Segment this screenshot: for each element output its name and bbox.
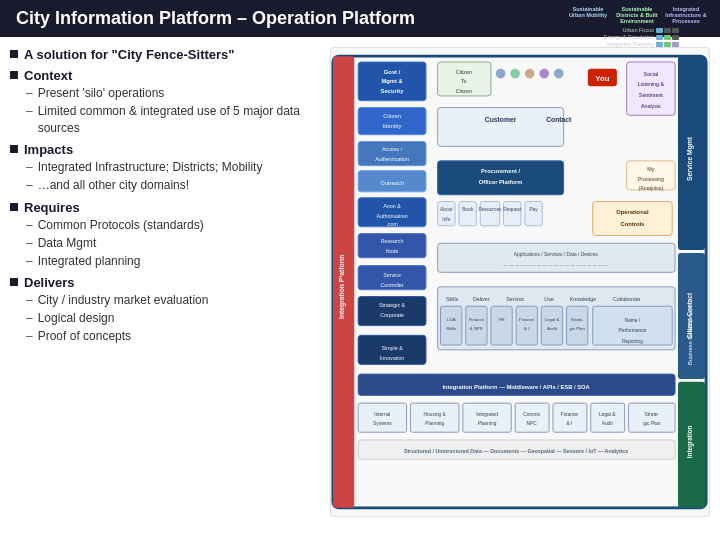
bullet-requires: Requires Common Protocols (standards) Da… [10, 200, 315, 269]
svg-text:Integration Platform — Middlew: Integration Platform — Middleware / APIs… [442, 384, 590, 390]
svg-rect-115 [515, 403, 549, 432]
svg-text:Officer Platform: Officer Platform [479, 179, 523, 185]
svg-text:Integrated: Integrated [476, 412, 498, 417]
svg-text:My: My [647, 167, 654, 173]
svg-text:.com: .com [386, 221, 398, 227]
svg-rect-67 [438, 243, 675, 272]
bullet-solution: A solution for "City Fence-Sitters" [10, 47, 315, 62]
right-panel-diagram: Service Mgmt Citizen Contact Business De… [330, 47, 710, 517]
svg-text:Access /: Access / [382, 146, 403, 152]
bullet-delivers: Delivers City / industry market evaluati… [10, 275, 315, 344]
sub-bullet-item: Data Mgmt [26, 235, 315, 252]
svg-text:NPC: NPC [527, 421, 538, 426]
svg-rect-43 [358, 234, 426, 258]
svg-text:Collaborate: Collaborate [613, 296, 640, 302]
svg-text:Housing &: Housing & [424, 412, 447, 417]
sub-bullets-impacts: Integrated Infrastructure; Districts; Mo… [26, 159, 315, 194]
bullet-main-text: Context [24, 68, 72, 83]
svg-text:Service: Service [506, 296, 524, 302]
svg-text:Mgmt &: Mgmt & [381, 78, 402, 84]
svg-text:Request: Request [503, 207, 522, 212]
sub-bullet-item: Present 'silo' operations [26, 85, 315, 102]
svg-point-137 [554, 69, 564, 79]
svg-rect-26 [438, 108, 564, 147]
bullet-impacts: Impacts Integrated Infrastructure; Distr… [10, 142, 315, 194]
svg-text:Customer: Customer [485, 116, 517, 123]
sub-bullet-item: Common Protocols (standards) [26, 217, 315, 234]
svg-text:Integration Platform: Integration Platform [338, 255, 346, 319]
matrix-col-2: SustainableDistricts & BuiltEnvironment [613, 6, 661, 24]
bullet-icon [10, 203, 18, 211]
svg-text:Legal &: Legal & [545, 317, 560, 322]
svg-text:Identity: Identity [383, 123, 402, 129]
svg-text:Controller: Controller [381, 282, 404, 288]
sub-bullet-integrated-planning: Integrated planning [26, 253, 315, 270]
svg-text:Legal &: Legal & [599, 412, 616, 417]
svg-text:Integration: Integration [686, 426, 694, 459]
svg-text:& I: & I [524, 326, 529, 331]
sub-bullets-delivers: City / industry market evaluation Logica… [26, 292, 315, 344]
svg-text:Finance: Finance [519, 317, 535, 322]
bullet-icon [10, 145, 18, 153]
svg-text:Use: Use [544, 296, 554, 302]
svg-rect-124 [629, 403, 676, 432]
svg-text:Citizen: Citizen [383, 113, 401, 119]
svg-text:Skills: Skills [446, 326, 457, 331]
left-panel: A solution for "City Fence-Sitters" Cont… [10, 47, 320, 517]
svg-text:Systems: Systems [373, 421, 392, 426]
svg-text:Audit: Audit [547, 326, 558, 331]
svg-text:Finance: Finance [469, 317, 485, 322]
svg-rect-106 [358, 403, 406, 432]
svg-text:Structured / Unstructured Data: Structured / Unstructured Data — Documen… [404, 448, 628, 454]
svg-text:Procurement /: Procurement / [481, 168, 520, 174]
svg-text:To: To [461, 78, 467, 84]
svg-text:gic Plan: gic Plan [643, 421, 660, 426]
svg-text:Finance: Finance [561, 412, 578, 417]
svg-point-133 [496, 69, 506, 79]
svg-text:Node: Node [386, 248, 399, 254]
svg-text:Listening &: Listening & [638, 81, 665, 87]
svg-point-134 [510, 69, 520, 79]
svg-rect-109 [410, 403, 458, 432]
svg-text:About: About [440, 207, 453, 212]
svg-rect-118 [553, 403, 587, 432]
sub-bullet-item: Limited common & integrated use of 5 maj… [26, 103, 315, 137]
svg-text:(Analytics): (Analytics) [638, 185, 663, 191]
svg-rect-112 [463, 403, 511, 432]
svg-text:Authorisation: Authorisation [377, 213, 408, 219]
sub-bullet-item: City / industry market evaluation [26, 292, 315, 309]
bullet-main-text: Requires [24, 200, 80, 215]
bullet-main-text: Impacts [24, 142, 73, 157]
svg-text:Skills: Skills [446, 296, 459, 302]
svg-text:Internal: Internal [374, 412, 390, 417]
svg-text:Operational: Operational [616, 209, 649, 215]
svg-rect-55 [525, 202, 542, 226]
matrix-row: Urban Focus [564, 27, 710, 33]
matrix-col-3: IntegratedInfrastructure &Processes [662, 6, 710, 24]
svg-text:Applications / Services / Data: Applications / Services / Data / Devices [514, 252, 599, 257]
svg-text:Simple &: Simple & [381, 345, 403, 351]
svg-text:Strate-: Strate- [645, 412, 660, 417]
svg-text:Reporting: Reporting [622, 339, 643, 344]
svg-point-136 [539, 69, 549, 79]
bullet-main-text: A solution for "City Fence-Sitters" [24, 47, 234, 62]
svg-text:Controls: Controls [621, 221, 645, 227]
svg-text:Corporate: Corporate [380, 312, 404, 318]
svg-text:gic Plan: gic Plan [569, 326, 585, 331]
svg-text:Social: Social [644, 71, 659, 77]
sub-bullet-item: …and all other city domains! [26, 177, 315, 194]
svg-text:Business Development: Business Development [687, 305, 693, 365]
bullet-icon [10, 278, 18, 286]
svg-text:Sentiment: Sentiment [639, 92, 664, 98]
city-platform-diagram: Service Mgmt Citizen Contact Business De… [331, 48, 709, 516]
svg-text:Strate-: Strate- [571, 317, 585, 322]
svg-text:Citizen: Citizen [456, 88, 472, 94]
svg-rect-14 [358, 108, 426, 135]
svg-rect-46 [438, 202, 455, 226]
bullet-main-text: Delivers [24, 275, 75, 290]
svg-text:LGA: LGA [447, 317, 456, 322]
svg-text:Strategic &: Strategic & [379, 302, 406, 308]
svg-text:Anon &: Anon & [383, 203, 401, 209]
page-header: City Information Platform – Operation Pl… [0, 0, 720, 37]
sub-bullets-context: Present 'silo' operations Limited common… [26, 85, 315, 136]
